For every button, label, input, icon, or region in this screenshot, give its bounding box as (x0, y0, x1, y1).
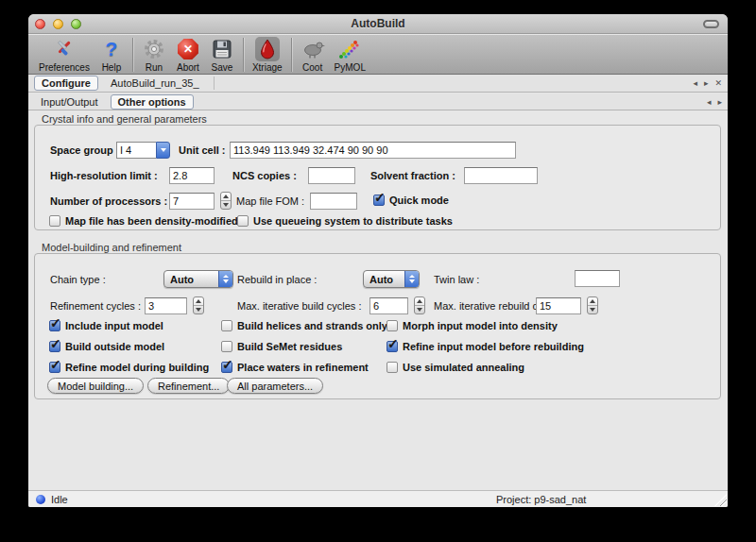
tab-other-options[interactable]: Other options (111, 94, 194, 110)
coot-button[interactable]: Coot (296, 37, 330, 73)
checkbox-icon[interactable] (373, 195, 385, 206)
tab-configure[interactable]: Configure (34, 76, 98, 91)
xtriage-button[interactable]: Xtriage (248, 37, 287, 73)
toolbar-separator (291, 38, 292, 72)
page-scroll-left-icon[interactable]: ◂ (707, 97, 712, 107)
space-group-combo[interactable] (116, 142, 170, 159)
rebuild-in-place-popup[interactable]: Auto (363, 270, 420, 288)
run-button[interactable]: Run (137, 37, 171, 73)
desktop-background: AutoBuild Preferences ? Help (0, 0, 756, 542)
rebuild-cycles-stepper[interactable] (587, 296, 598, 314)
checkbox-label: Include input model (65, 320, 163, 331)
build-outside-model-checkbox[interactable]: Build outside model (49, 340, 164, 353)
checkbox-icon[interactable] (387, 362, 398, 373)
all-parameters-button[interactable]: All parameters... (227, 378, 323, 394)
solvent-fraction-field[interactable] (464, 167, 538, 184)
checkbox-icon[interactable] (221, 362, 232, 373)
num-processors-field[interactable] (169, 193, 215, 210)
include-input-model-checkbox[interactable]: Include input model (49, 319, 163, 332)
page-scroll-right-icon[interactable]: ▸ (717, 97, 722, 107)
unit-cell-label: Unit cell : (179, 144, 226, 156)
simulated-annealing-checkbox[interactable]: Use simulated annealing (387, 361, 524, 374)
space-group-label: Space group : (50, 144, 119, 156)
checkbox-icon[interactable] (221, 320, 232, 331)
checkbox-icon[interactable] (49, 341, 60, 352)
tab-scroll-right-icon[interactable]: ▸ (704, 78, 709, 88)
checkbox-icon[interactable] (49, 320, 60, 331)
toolbar-item-label: Help (102, 62, 122, 73)
build-cycles-field[interactable] (369, 297, 408, 314)
tab-scroll-left-icon[interactable]: ◂ (693, 78, 697, 88)
rainbow-spectrum-icon (337, 37, 362, 61)
pymol-button[interactable]: PyMOL (330, 37, 370, 73)
checkbox-icon[interactable] (237, 215, 249, 227)
build-cycles-stepper[interactable] (414, 296, 425, 314)
refinement-cycles-stepper[interactable] (193, 296, 204, 314)
ncs-copies-field[interactable] (308, 167, 355, 184)
refinement-cycles-field[interactable] (145, 297, 187, 314)
tab-autobuild-run[interactable]: AutoBuild_run_35_ (104, 76, 206, 90)
stepper-down-icon[interactable] (221, 201, 231, 209)
stepper-up-icon[interactable] (415, 297, 424, 306)
checkbox-label: Refine model during building (65, 362, 209, 373)
stop-x-icon: ✕ (176, 37, 200, 61)
checkbox-label: Build SeMet residues (237, 341, 342, 352)
queueing-checkbox[interactable]: Use queueing system to distribute tasks (237, 214, 453, 228)
stepper-down-icon[interactable] (415, 306, 424, 313)
save-button[interactable]: Save (205, 37, 239, 73)
help-button[interactable]: ? Help (94, 37, 129, 73)
document-tab-bar: Configure AutoBuild_run_35_ ◂ ▸ ✕ (28, 75, 728, 93)
checkbox-label: Map file has been density-modified (65, 215, 238, 227)
toolbar: Preferences ? Help Run ✕ Abort (28, 35, 728, 75)
stepper-down-icon[interactable] (194, 306, 203, 313)
model-building-button[interactable]: Model building... (47, 378, 144, 394)
refinement-button[interactable]: Refinement... (147, 378, 230, 394)
density-modified-checkbox[interactable]: Map file has been density-modified (49, 214, 238, 228)
unit-cell-field[interactable] (230, 142, 516, 159)
refine-during-building-checkbox[interactable]: Refine model during building (49, 361, 209, 374)
morph-input-model-checkbox[interactable]: Morph input model into density (387, 319, 558, 332)
help-icon: ? (99, 37, 124, 61)
preferences-button[interactable]: Preferences (34, 37, 94, 73)
build-helices-checkbox[interactable]: Build helices and strands only (221, 319, 387, 332)
status-text: Idle (51, 494, 68, 505)
toolbar-item-label: Save (212, 62, 233, 73)
checkbox-label: Refine input model before rebuilding (403, 341, 584, 352)
window-title: AutoBuild (28, 17, 728, 30)
toolbar-separator (243, 38, 244, 72)
rebuild-cycles-field[interactable] (536, 297, 581, 314)
tools-icon (52, 37, 77, 61)
tab-close-icon[interactable]: ✕ (714, 78, 722, 88)
toolbar-item-label: Xtriage (252, 62, 283, 73)
abort-button[interactable]: ✕ Abort (171, 37, 205, 73)
num-processors-stepper[interactable] (220, 192, 232, 210)
checkbox-label: Build helices and strands only (237, 320, 387, 331)
chevron-down-icon[interactable] (156, 142, 170, 159)
checkbox-label: Place waters in refinement (237, 362, 369, 373)
stepper-up-icon[interactable] (221, 193, 231, 201)
tab-separator (214, 76, 215, 90)
checkbox-icon[interactable] (49, 362, 60, 373)
refine-input-model-checkbox[interactable]: Refine input model before rebuilding (387, 340, 584, 353)
stepper-down-icon[interactable] (588, 306, 597, 313)
refinement-cycles-label: Refinement cycles : (50, 300, 141, 312)
checkbox-icon[interactable] (49, 215, 60, 227)
checkbox-icon[interactable] (387, 341, 398, 352)
floppy-disk-icon (210, 37, 234, 61)
high-res-field[interactable] (169, 167, 215, 184)
tab-input-output[interactable]: Input/Output (34, 95, 105, 109)
title-bar[interactable]: AutoBuild (28, 14, 728, 34)
build-semet-checkbox[interactable]: Build SeMet residues (221, 340, 342, 353)
stepper-up-icon[interactable] (194, 297, 203, 306)
map-fom-field[interactable] (310, 193, 357, 210)
stepper-up-icon[interactable] (588, 297, 597, 306)
checkbox-icon[interactable] (387, 320, 398, 331)
checkbox-icon[interactable] (221, 341, 232, 352)
quick-mode-checkbox[interactable]: Quick mode (373, 194, 449, 207)
twin-law-field[interactable] (575, 270, 620, 287)
resize-grip[interactable] (714, 494, 727, 506)
space-group-value[interactable] (116, 142, 156, 159)
place-waters-checkbox[interactable]: Place waters in refinement (221, 361, 369, 374)
chain-type-popup[interactable]: Auto (163, 270, 233, 288)
toolbar-toggle-button[interactable] (703, 20, 719, 28)
